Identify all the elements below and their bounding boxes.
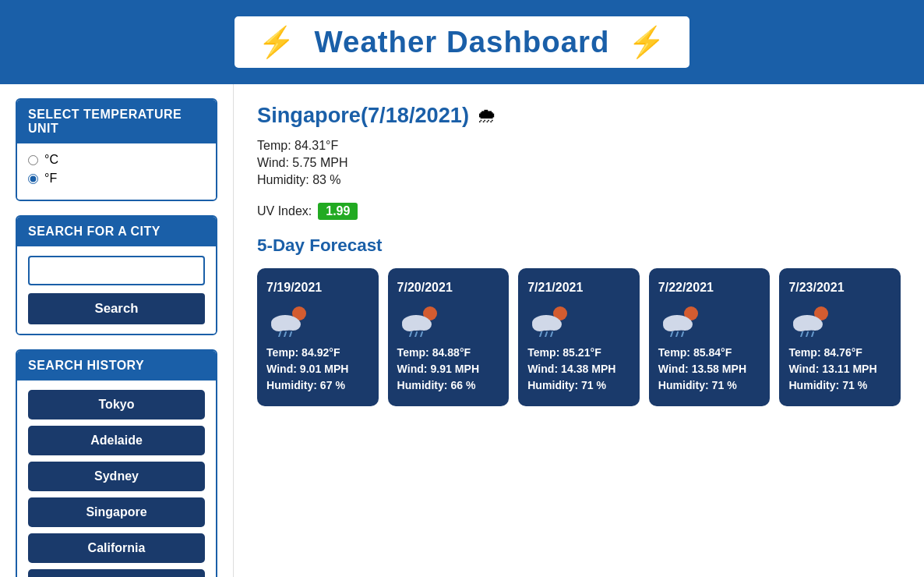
- svg-point-24: [677, 318, 693, 331]
- history-item[interactable]: North Carolina: [28, 569, 205, 577]
- fahrenheit-text: °F: [44, 172, 57, 186]
- main-content: Singapore(7/18/2021) 🌧 Temp: 84.31°F Win…: [234, 84, 924, 577]
- current-weather: Temp: 84.31°F Wind: 5.75 MPH Humidity: 8…: [257, 139, 901, 187]
- svg-line-19: [545, 332, 547, 337]
- svg-point-31: [807, 318, 823, 331]
- svg-point-2: [271, 319, 287, 331]
- forecast-info: Temp: 85.21°FWind: 14.38 MPHHumidity: 71…: [527, 345, 630, 394]
- svg-point-10: [416, 318, 432, 331]
- search-history-section: SEARCH HISTORY TokyoAdelaideSydneySingap…: [16, 349, 217, 577]
- uv-label: UV Index:: [257, 204, 312, 218]
- search-section-header: SEARCH FOR A CITY: [17, 217, 216, 246]
- forecast-card: 7/22/2021 Temp: 85.84°FWind: 13.58 MPHHu…: [649, 268, 771, 406]
- current-temp: Temp: 84.31°F: [257, 139, 901, 153]
- fahrenheit-label[interactable]: °F: [28, 172, 205, 186]
- forecast-date: 7/19/2021: [266, 281, 369, 295]
- svg-point-17: [546, 318, 562, 331]
- search-section: SEARCH FOR A CITY Search: [16, 215, 217, 335]
- history-item[interactable]: Tokyo: [28, 390, 205, 419]
- forecast-weather-icon: [397, 303, 500, 337]
- app-title: ⚡ Weather Dashboard ⚡: [258, 25, 666, 58]
- celsius-radio[interactable]: [28, 155, 38, 165]
- history-item[interactable]: Sydney: [28, 462, 205, 491]
- forecast-grid: 7/19/2021 Temp: 84.92°FWind: 9.01 MPHHum…: [257, 268, 901, 406]
- svg-line-6: [290, 332, 291, 337]
- sidebar: SELECT TEMPERATURE UNIT °C °F SEARCH FOR…: [0, 84, 234, 577]
- svg-line-11: [410, 332, 411, 337]
- temp-unit-section: SELECT TEMPERATURE UNIT °C °F: [16, 98, 217, 201]
- svg-line-33: [806, 332, 808, 337]
- svg-line-13: [421, 332, 422, 337]
- svg-point-3: [285, 318, 301, 331]
- history-item[interactable]: Singapore: [28, 497, 205, 527]
- forecast-card: 7/23/2021 Temp: 84.76°FWind: 13.11 MPHHu…: [779, 268, 901, 406]
- svg-point-9: [402, 319, 418, 331]
- forecast-weather-icon: [788, 303, 891, 337]
- current-humidity: Humidity: 83 %: [257, 173, 901, 187]
- forecast-weather-icon: [266, 303, 369, 337]
- forecast-weather-icon: [527, 303, 630, 337]
- lightning-left-icon: ⚡: [258, 25, 296, 58]
- forecast-weather-icon: [658, 303, 761, 337]
- forecast-info: Temp: 85.84°FWind: 13.58 MPHHumidity: 71…: [658, 345, 761, 394]
- svg-line-32: [801, 332, 802, 337]
- celsius-text: °C: [44, 153, 58, 167]
- svg-line-27: [682, 332, 683, 337]
- forecast-info: Temp: 84.92°FWind: 9.01 MPHHumidity: 67 …: [266, 345, 369, 394]
- forecast-card: 7/21/2021 Temp: 85.21°FWind: 14.38 MPHHu…: [518, 268, 640, 406]
- history-item[interactable]: Adelaide: [28, 426, 205, 455]
- forecast-card: 7/19/2021 Temp: 84.92°FWind: 9.01 MPHHum…: [257, 268, 379, 406]
- svg-line-4: [279, 332, 280, 337]
- forecast-info: Temp: 84.88°FWind: 9.91 MPHHumidity: 66 …: [397, 345, 500, 394]
- forecast-date: 7/21/2021: [527, 281, 630, 295]
- app-header: ⚡ Weather Dashboard ⚡: [0, 0, 924, 84]
- svg-line-20: [551, 332, 552, 337]
- svg-line-18: [540, 332, 541, 337]
- current-weather-icon: 🌧: [477, 104, 497, 127]
- svg-point-16: [532, 319, 548, 331]
- temp-radio-group: °C °F: [28, 153, 205, 186]
- city-header: Singapore(7/18/2021) 🌧: [257, 103, 901, 128]
- temp-unit-body: °C °F: [17, 143, 216, 200]
- title-text: Weather Dashboard: [315, 25, 610, 58]
- current-wind: Wind: 5.75 MPH: [257, 156, 901, 170]
- search-history-header: SEARCH HISTORY: [17, 351, 216, 381]
- search-section-body: Search: [17, 246, 216, 334]
- history-item[interactable]: California: [28, 533, 205, 563]
- search-button[interactable]: Search: [28, 293, 205, 324]
- city-title: Singapore(7/18/2021): [257, 103, 469, 128]
- forecast-title: 5-Day Forecast: [257, 235, 901, 256]
- svg-point-30: [793, 319, 809, 331]
- history-list: TokyoAdelaideSydneySingaporeCaliforniaNo…: [17, 381, 216, 577]
- svg-point-23: [663, 319, 679, 331]
- forecast-card: 7/20/2021 Temp: 84.88°FWind: 9.91 MPHHum…: [388, 268, 510, 406]
- title-box: ⚡ Weather Dashboard ⚡: [232, 14, 692, 70]
- lightning-right-icon: ⚡: [628, 25, 666, 58]
- temp-unit-header: SELECT TEMPERATURE UNIT: [17, 100, 216, 143]
- forecast-info: Temp: 84.76°FWind: 13.11 MPHHumidity: 71…: [788, 345, 891, 394]
- celsius-label[interactable]: °C: [28, 153, 205, 167]
- search-input[interactable]: [28, 256, 205, 285]
- svg-line-34: [812, 332, 813, 337]
- svg-line-25: [671, 332, 672, 337]
- forecast-date: 7/23/2021: [788, 281, 891, 295]
- uv-row: UV Index: 1.99: [257, 203, 901, 220]
- uv-badge: 1.99: [318, 203, 358, 220]
- main-layout: SELECT TEMPERATURE UNIT °C °F SEARCH FOR…: [0, 84, 924, 577]
- forecast-date: 7/20/2021: [397, 281, 500, 295]
- forecast-date: 7/22/2021: [658, 281, 761, 295]
- svg-line-5: [284, 332, 286, 337]
- svg-line-26: [676, 332, 678, 337]
- fahrenheit-radio[interactable]: [28, 174, 38, 184]
- svg-line-12: [415, 332, 417, 337]
